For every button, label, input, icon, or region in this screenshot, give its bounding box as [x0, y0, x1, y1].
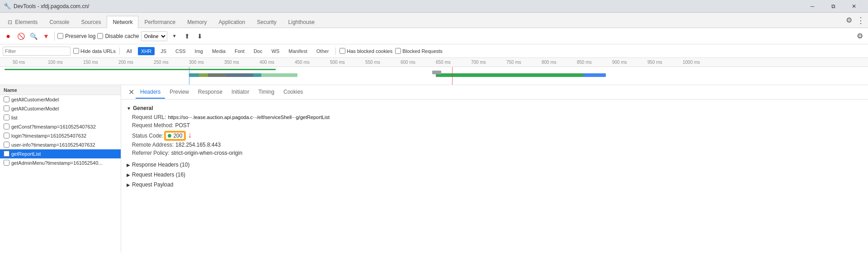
request-item-3[interactable]: list	[0, 113, 121, 122]
request-item-2[interactable]: getAllCustomerModel	[0, 104, 121, 113]
panel-tab-preview[interactable]: Preview	[165, 86, 193, 99]
has-blocked-cookies-input[interactable]	[340, 48, 345, 54]
window-title: DevTools - xfdj.pagoda.com.cn/	[14, 3, 89, 10]
main-area: Name getAllCustomerModel getAllCustomerM…	[0, 85, 868, 253]
referrer-policy-row: Referrer Policy: strict-origin-when-cros…	[127, 149, 863, 157]
request-headers-section[interactable]: ▶ Request Headers (16)	[127, 170, 863, 180]
response-headers-section[interactable]: ▶ Response Headers (10)	[127, 160, 863, 170]
throttle-dropdown-btn[interactable]: ▼	[169, 31, 180, 42]
ruler-650ms: 650 ms	[436, 60, 451, 65]
blocked-requests-input[interactable]	[395, 48, 401, 54]
right-panel: ✕ Headers Preview Response Initiator Tim…	[121, 85, 868, 253]
clear-button[interactable]: 🚫	[15, 31, 26, 42]
filter-manifest-btn[interactable]: Manifest	[285, 47, 311, 55]
tab-security[interactable]: Security	[251, 16, 282, 28]
network-toolbar: ● 🚫 🔍 ▼ Preserve log Disable cache Onlin…	[0, 28, 868, 44]
filter-separator-2	[335, 48, 336, 55]
filter-other-btn[interactable]: Other	[313, 47, 332, 55]
panel-tab-initiator[interactable]: Initiator	[227, 86, 254, 99]
request-name-2: getAllCustomerModel	[11, 106, 119, 111]
request-checkbox-4[interactable]	[4, 124, 9, 129]
request-url-value: https://so···.lease.auction.api.pagoda.c…	[168, 115, 330, 120]
filter-js-btn[interactable]: JS	[157, 47, 170, 55]
panel-tabs: ✕ Headers Preview Response Initiator Tim…	[121, 85, 868, 100]
request-checkbox-8[interactable]	[4, 160, 9, 166]
blocked-requests-label: Blocked Requests	[402, 48, 443, 54]
tab-memory[interactable]: Memory	[181, 16, 212, 28]
record-button[interactable]: ●	[3, 31, 14, 42]
ruler-800ms: 800 ms	[542, 60, 557, 65]
restore-button[interactable]: ⧉	[823, 0, 844, 13]
tab-performance[interactable]: Performance	[138, 16, 181, 28]
filter-img-btn[interactable]: Img	[192, 47, 206, 55]
filter-media-btn[interactable]: Media	[209, 47, 229, 55]
tab-console[interactable]: Console	[43, 16, 75, 28]
minimize-button[interactable]: ─	[802, 0, 823, 13]
search-button[interactable]: 🔍	[28, 31, 39, 42]
request-checkbox-2[interactable]	[4, 105, 9, 111]
request-checkbox-6[interactable]	[4, 142, 9, 148]
tab-application[interactable]: Application	[213, 16, 251, 28]
request-checkbox-3[interactable]	[4, 115, 9, 120]
filter-css-btn[interactable]: CSS	[172, 47, 189, 55]
filter-font-btn[interactable]: Font	[231, 47, 248, 55]
ruler-150ms: 150 ms	[83, 60, 98, 65]
has-blocked-cookies-checkbox[interactable]: Has blocked cookies	[340, 48, 392, 54]
request-name-8: getAdminMenu?timestamp=161052540...	[11, 160, 119, 166]
ruler-1000ms: 1000 ms	[683, 60, 700, 65]
request-method-value: POST	[175, 122, 190, 129]
settings-gear-button[interactable]: ⚙	[844, 15, 854, 26]
hide-data-urls-checkbox[interactable]: Hide data URLs	[73, 48, 116, 54]
disable-cache-checkbox[interactable]: Disable cache	[97, 33, 139, 39]
filter-input[interactable]	[3, 47, 71, 56]
network-settings-button[interactable]: ⚙	[854, 31, 865, 42]
tab-lighthouse[interactable]: Lighthouse	[283, 16, 321, 28]
import-har-button[interactable]: ⬆	[182, 31, 193, 42]
request-item-5[interactable]: login?timestamp=1610525407632	[0, 131, 121, 140]
close-button[interactable]: ✕	[844, 0, 864, 13]
filter-separator-1	[119, 48, 120, 55]
request-item-1[interactable]: getAllCustomerModel	[0, 95, 121, 104]
timeline-track-gray	[432, 71, 441, 74]
referrer-policy-value: strict-origin-when-cross-origin	[171, 150, 242, 156]
ruler-400ms: 400 ms	[259, 60, 274, 65]
filter-button[interactable]: ▼	[41, 31, 52, 42]
general-section-title[interactable]: ▼ General	[127, 103, 863, 113]
timeline-track-green-top	[5, 69, 276, 70]
panel-tab-timing[interactable]: Timing	[254, 86, 279, 99]
request-method-row: Request Method: POST	[127, 121, 863, 129]
request-item-6[interactable]: user-info?timestamp=1610525407632	[0, 140, 121, 149]
request-payload-section[interactable]: ▶ Request Payload	[127, 180, 863, 190]
blocked-requests-checkbox[interactable]: Blocked Requests	[395, 48, 443, 54]
filter-xhr-btn[interactable]: XHR	[138, 47, 155, 55]
panel-tab-headers[interactable]: Headers	[136, 86, 165, 99]
timeline: 50 ms 100 ms 150 ms 200 ms 250 ms 300 ms…	[0, 58, 868, 85]
filter-all-btn[interactable]: All	[123, 47, 135, 55]
hide-data-urls-input[interactable]	[73, 48, 79, 54]
ruler-500ms: 500 ms	[330, 60, 345, 65]
tab-elements[interactable]: ⊡ Elements	[2, 16, 43, 28]
filter-doc-btn[interactable]: Doc	[250, 47, 266, 55]
request-item-7[interactable]: getReportList	[0, 149, 121, 158]
request-item-8[interactable]: getAdminMenu?timestamp=161052540...	[0, 158, 121, 167]
panel-tab-cookies[interactable]: Cookies	[279, 86, 307, 99]
ruler-550ms: 550 ms	[365, 60, 380, 65]
referrer-policy-label: Referrer Policy:	[132, 150, 170, 156]
panel-tab-response[interactable]: Response	[193, 86, 227, 99]
request-item-4[interactable]: getConst?timestamp=1610525407632	[0, 122, 121, 131]
filter-ws-btn[interactable]: WS	[268, 47, 283, 55]
request-checkbox-1[interactable]	[4, 96, 9, 102]
tab-network[interactable]: Network	[107, 16, 138, 28]
tab-sources[interactable]: Sources	[75, 16, 107, 28]
throttle-select[interactable]: Online	[141, 31, 167, 41]
request-checkbox-5[interactable]	[4, 133, 9, 138]
preserve-log-checkbox[interactable]: Preserve log	[57, 33, 95, 39]
disable-cache-input[interactable]	[97, 33, 103, 39]
customize-button[interactable]: ⋮	[855, 15, 866, 26]
export-har-button[interactable]: ⬇	[194, 31, 205, 42]
remote-address-label: Remote Address:	[132, 142, 174, 148]
ruler-600ms: 600 ms	[401, 60, 415, 65]
request-checkbox-7[interactable]	[4, 151, 9, 157]
preserve-log-input[interactable]	[57, 33, 63, 39]
panel-close-button[interactable]: ✕	[127, 88, 136, 97]
